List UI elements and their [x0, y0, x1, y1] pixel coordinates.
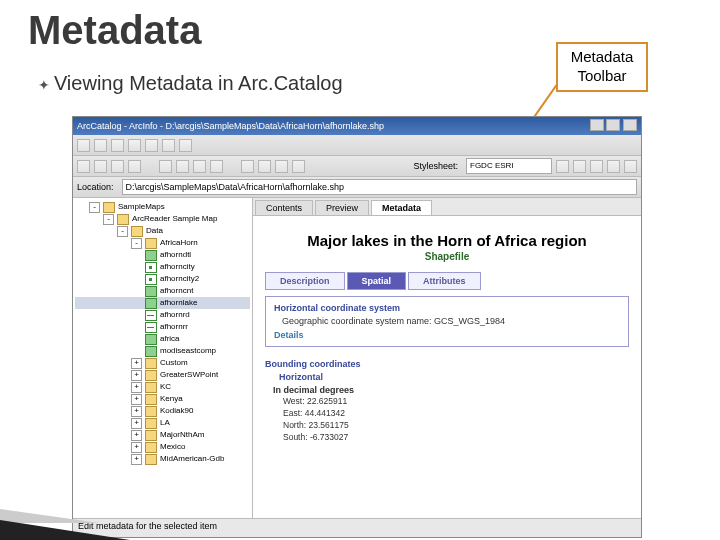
tool-icon[interactable]: [111, 160, 124, 173]
expand-icon[interactable]: -: [89, 202, 100, 213]
metadata-import-icon[interactable]: [607, 160, 620, 173]
expand-icon[interactable]: +: [131, 394, 142, 405]
toolbar-secondary: Stylesheet: FGDC ESRI: [73, 156, 641, 177]
tree-node[interactable]: Data: [146, 225, 163, 237]
tree-node[interactable]: Custom: [160, 357, 188, 369]
tool-icon[interactable]: [179, 139, 192, 152]
tool-icon[interactable]: [145, 139, 158, 152]
catalog-tree[interactable]: -SampleMaps -ArcReader Sample Map -Data …: [73, 198, 253, 518]
metadata-subtabs: Description Spatial Attributes: [265, 272, 629, 290]
expand-icon[interactable]: +: [131, 406, 142, 417]
bounding-header: Bounding coordinates: [265, 359, 621, 369]
bounding-north: North: 23.561175: [283, 419, 621, 431]
shapefile-icon: [145, 286, 157, 297]
folder-icon: [103, 202, 115, 213]
metadata-props-icon[interactable]: [573, 160, 586, 173]
tree-node[interactable]: AfricaHorn: [160, 237, 198, 249]
content-panel: Contents Preview Metadata Major lakes in…: [253, 198, 641, 518]
details-link[interactable]: Details: [274, 330, 620, 340]
tree-node[interactable]: GreaterSWPoint: [160, 369, 218, 381]
subtab-attributes[interactable]: Attributes: [408, 272, 481, 290]
metadata-export-icon[interactable]: [624, 160, 637, 173]
tab-preview[interactable]: Preview: [315, 200, 369, 215]
tool-icon[interactable]: [77, 139, 90, 152]
tree-node[interactable]: Kenya: [160, 393, 183, 405]
maximize-button[interactable]: [606, 119, 620, 131]
slide-title: Metadata: [28, 8, 201, 53]
expand-icon[interactable]: +: [131, 370, 142, 381]
bounding-east: East: 44.441342: [283, 407, 621, 419]
tree-node[interactable]: afhornrd: [160, 309, 190, 321]
bounding-west: West: 22.625911: [283, 395, 621, 407]
folder-icon: [145, 370, 157, 381]
tool-icon[interactable]: [128, 160, 141, 173]
window-titlebar: ArcCatalog - ArcInfo - D:\arcgis\SampleM…: [73, 117, 641, 135]
expand-icon[interactable]: +: [131, 430, 142, 441]
tool-icon[interactable]: [77, 160, 90, 173]
bounding-sub: Horizontal: [279, 372, 621, 382]
tree-node[interactable]: afhorndtl: [160, 249, 191, 261]
tool-icon[interactable]: [258, 160, 271, 173]
expand-icon[interactable]: +: [131, 454, 142, 465]
shapefile-icon: [145, 298, 157, 309]
folder-icon: [145, 406, 157, 417]
tree-node[interactable]: KC: [160, 381, 171, 393]
folder-icon: [145, 238, 157, 249]
expand-icon[interactable]: -: [117, 226, 128, 237]
location-field[interactable]: D:\arcgis\SampleMaps\Data\AfricaHorn\afh…: [122, 179, 637, 195]
tab-metadata[interactable]: Metadata: [371, 200, 432, 215]
shapefile-icon: [145, 322, 157, 333]
subtab-spatial[interactable]: Spatial: [347, 272, 407, 290]
tree-node[interactable]: ArcReader Sample Map: [132, 213, 217, 225]
tool-icon[interactable]: [176, 160, 189, 173]
shapefile-icon: [145, 346, 157, 357]
subtab-description[interactable]: Description: [265, 272, 345, 290]
content-tabs: Contents Preview Metadata: [253, 198, 641, 216]
metadata-create-icon[interactable]: [590, 160, 603, 173]
tool-icon[interactable]: [94, 139, 107, 152]
expand-icon[interactable]: -: [103, 214, 114, 225]
tree-node[interactable]: africa: [160, 333, 180, 345]
shapefile-icon: [145, 334, 157, 345]
tree-node-selected[interactable]: afhornlake: [160, 297, 197, 309]
stylesheet-field[interactable]: FGDC ESRI: [466, 158, 552, 174]
tree-node[interactable]: Kodiak90: [160, 405, 193, 417]
tree-node[interactable]: SampleMaps: [118, 201, 165, 213]
tool-icon[interactable]: [159, 160, 172, 173]
tool-icon[interactable]: [111, 139, 124, 152]
expand-icon[interactable]: +: [131, 418, 142, 429]
tree-node[interactable]: LA: [160, 417, 170, 429]
decorative-accent: [0, 520, 130, 540]
expand-icon[interactable]: -: [131, 238, 142, 249]
minimize-button[interactable]: [590, 119, 604, 131]
folder-icon: [145, 394, 157, 405]
tree-node[interactable]: afhorncnt: [160, 285, 193, 297]
close-button[interactable]: [623, 119, 637, 131]
tool-icon[interactable]: [275, 160, 288, 173]
tree-node[interactable]: modiseastcomp: [160, 345, 216, 357]
tool-icon[interactable]: [292, 160, 305, 173]
tool-icon[interactable]: [241, 160, 254, 173]
expand-icon[interactable]: +: [131, 382, 142, 393]
expand-icon[interactable]: +: [131, 442, 142, 453]
tool-icon[interactable]: [210, 160, 223, 173]
tool-icon[interactable]: [162, 139, 175, 152]
tree-node[interactable]: afhorncity: [160, 261, 195, 273]
tree-node[interactable]: Mexico: [160, 441, 185, 453]
tree-node[interactable]: MidAmerican-Gdb: [160, 453, 224, 465]
metadata-body: Major lakes in the Horn of Africa region…: [253, 216, 641, 518]
folder-icon: [145, 418, 157, 429]
tool-icon[interactable]: [94, 160, 107, 173]
folder-icon: [145, 382, 157, 393]
tool-icon[interactable]: [193, 160, 206, 173]
tree-node[interactable]: afhornrr: [160, 321, 188, 333]
section-hcs: Horizontal coordinate system Geographic …: [265, 296, 629, 347]
expand-icon[interactable]: +: [131, 358, 142, 369]
tree-node[interactable]: MajorNthAm: [160, 429, 204, 441]
tab-contents[interactable]: Contents: [255, 200, 313, 215]
folder-icon: [117, 214, 129, 225]
metadata-edit-icon[interactable]: [556, 160, 569, 173]
tree-node[interactable]: afhorncity2: [160, 273, 199, 285]
bounding-south: South: -6.733027: [283, 431, 621, 443]
tool-icon[interactable]: [128, 139, 141, 152]
